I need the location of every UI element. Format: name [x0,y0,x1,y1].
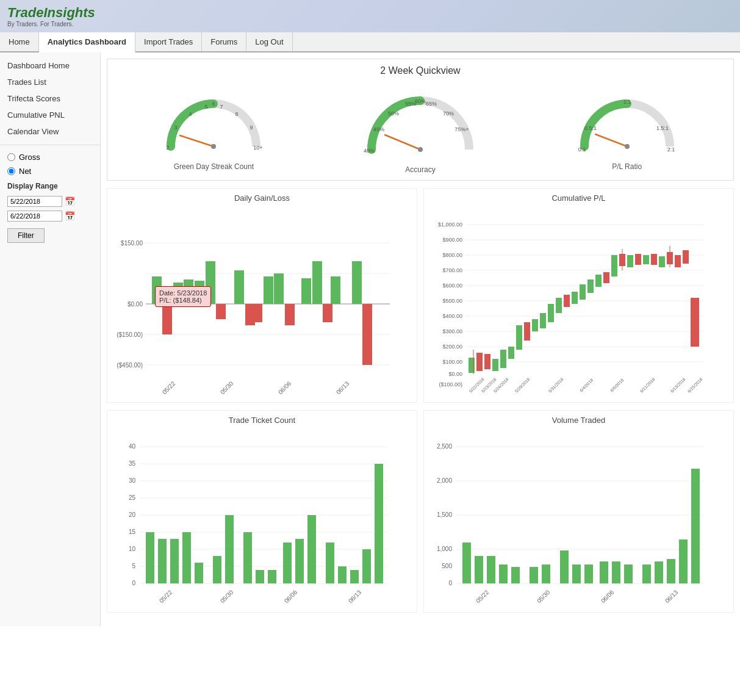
radio-gross[interactable] [7,153,15,161]
svg-rect-157 [338,566,347,583]
svg-point-10 [211,144,216,149]
svg-text:5/31/2018: 5/31/2018 [548,377,564,394]
sidebar-item-calendar-view[interactable]: Calendar View [0,123,100,140]
date-end-input[interactable] [7,211,62,222]
svg-rect-45 [274,273,284,304]
svg-rect-184 [572,565,581,583]
svg-text:5/29/2018: 5/29/2018 [514,377,531,394]
svg-text:8: 8 [235,111,239,117]
svg-rect-187 [612,561,620,583]
trade-ticket-count-svg: 40 35 30 25 20 15 10 5 0 [112,428,393,605]
svg-text:05/30: 05/30 [219,588,235,604]
svg-text:5: 5 [205,104,208,110]
sidebar: Dashboard Home Trades List Trifecta Scor… [0,52,101,626]
nav-analytics[interactable]: Analytics Dashboard [39,32,135,52]
svg-text:$900.00: $900.00 [442,237,462,243]
svg-rect-109 [659,256,665,267]
volume-traded-svg: 2,500 2,000 1,500 1,000 500 0 [429,428,709,605]
svg-text:0:1: 0:1 [578,146,586,153]
svg-rect-113 [683,250,689,264]
svg-text:6/6/2018: 6/6/2018 [609,378,624,392]
svg-rect-183 [560,550,569,583]
sidebar-item-dashboard-home[interactable]: Dashboard Home [0,57,100,74]
svg-rect-87 [492,359,498,371]
svg-rect-150 [243,532,252,583]
svg-text:7: 7 [220,104,223,110]
sidebar-item-cumulative-pnl[interactable]: Cumulative PNL [0,107,100,123]
svg-text:05/30: 05/30 [219,380,235,395]
svg-rect-54 [285,304,295,325]
trade-ticket-count-title: Trade Ticket Count [112,416,412,425]
svg-rect-151 [256,570,264,583]
nav-import[interactable]: Import Trades [135,32,202,51]
svg-rect-92 [532,319,538,331]
svg-rect-159 [362,549,371,583]
svg-text:1.5:1: 1.5:1 [656,125,669,131]
svg-text:2,000: 2,000 [437,477,452,484]
svg-text:06/06: 06/06 [277,380,293,395]
svg-rect-146 [182,532,191,583]
svg-text:06/06: 06/06 [600,588,616,604]
svg-rect-186 [600,561,608,583]
svg-text:1,500: 1,500 [437,511,452,518]
calendar-start-icon[interactable]: 📅 [65,197,75,206]
svg-rect-96 [564,295,570,307]
svg-rect-93 [540,313,546,328]
volume-traded-chart: Volume Traded 2,500 2,000 1,500 1,000 50… [423,410,734,613]
svg-rect-191 [667,559,675,583]
svg-point-27 [625,144,630,149]
logo-block: TradeInsights By Traders. For Traders. [7,5,95,27]
svg-rect-39 [173,283,183,304]
svg-rect-156 [326,543,334,583]
nav-logout[interactable]: Log Out [246,32,292,51]
svg-rect-49 [352,261,362,304]
svg-text:($450.00): ($450.00) [117,362,143,369]
svg-rect-149 [225,515,234,583]
nav-home[interactable]: Home [0,32,39,51]
svg-rect-188 [624,565,633,583]
svg-rect-43 [234,270,244,304]
svg-text:$0.00: $0.00 [128,301,143,308]
svg-text:$500.00: $500.00 [442,298,462,304]
svg-rect-38 [152,276,162,304]
date-start-input[interactable] [7,196,62,207]
nav-bar: Home Analytics Dashboard Import Trades F… [0,32,740,52]
svg-text:6/13/2018: 6/13/2018 [670,377,686,394]
nav-forums[interactable]: Forums [202,32,246,51]
svg-rect-193 [691,469,700,583]
svg-text:($150.00): ($150.00) [117,331,143,338]
svg-text:20: 20 [129,511,136,518]
filter-button[interactable]: Filter [7,228,45,243]
svg-text:$100.00: $100.00 [442,359,462,365]
gauge-pl-ratio: 0:1 0.5:1 1:1 1.5:1 2:1 P/L Ratio [572,85,682,171]
svg-text:6/4/2018: 6/4/2018 [579,378,594,392]
svg-rect-107 [643,255,649,264]
gauge-accuracy: 40% 45% 50% 55% 60% 65% 70% 75%+ Accurac… [359,82,481,174]
svg-text:45%: 45% [373,126,384,132]
svg-rect-99 [587,280,594,293]
svg-rect-102 [611,255,617,276]
gross-label: Gross [19,153,40,162]
svg-text:15: 15 [129,529,136,535]
gauge-accuracy-svg: 40% 45% 50% 55% 60% 65% 70% 75%+ [359,82,481,162]
svg-rect-88 [500,350,506,368]
gauge-streak: 2 3 4 5 6 7 8 9 10+ Green Day Streak Cou… [159,85,268,171]
svg-text:10: 10 [129,546,136,552]
svg-rect-180 [511,567,520,583]
svg-line-26 [595,134,627,146]
calendar-end-icon[interactable]: 📅 [65,211,75,221]
svg-text:500: 500 [442,563,452,569]
display-range-label: Display Range [0,178,100,194]
radio-net[interactable] [7,167,15,175]
sidebar-radio-net[interactable]: Net [0,164,100,178]
sidebar-item-trifecta-scores[interactable]: Trifecta Scores [0,90,100,107]
svg-rect-90 [516,325,522,350]
svg-rect-144 [158,539,167,583]
svg-text:3: 3 [174,124,178,131]
sidebar-item-trades-list[interactable]: Trades List [0,74,100,90]
svg-text:70%: 70% [443,110,454,117]
sidebar-radio-gross[interactable]: Gross [0,150,100,164]
date-end-row: 📅 [0,209,100,223]
svg-rect-56 [362,304,372,365]
svg-text:2,500: 2,500 [437,443,452,450]
